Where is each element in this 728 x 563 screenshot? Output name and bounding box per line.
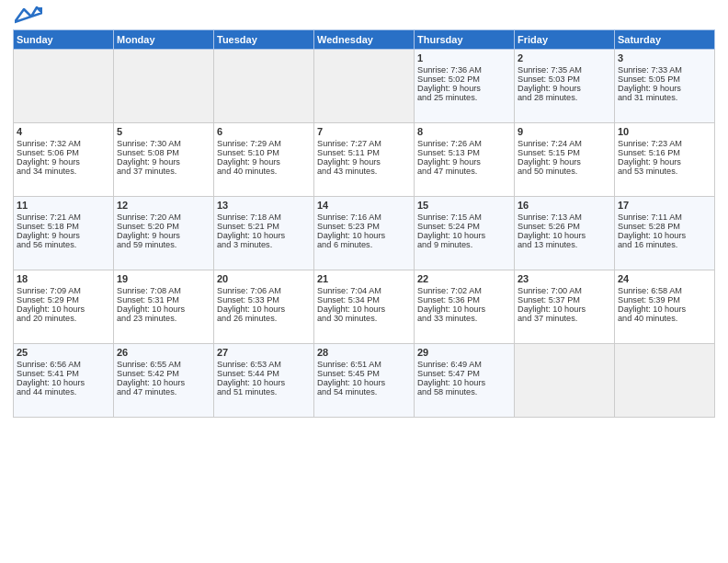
cell-info-line: and 43 minutes.: [317, 167, 411, 176]
cell-info-line: Daylight: 10 hours: [17, 304, 110, 314]
cell-info-line: Daylight: 10 hours: [217, 304, 311, 314]
cell-info-line: Sunset: 5:08 PM: [117, 148, 210, 157]
cell-info-line: Daylight: 9 hours: [618, 84, 711, 93]
calendar-cell: 3Sunrise: 7:33 AMSunset: 5:05 PMDaylight…: [615, 50, 715, 123]
cell-info-line: Daylight: 10 hours: [117, 304, 210, 314]
cell-info-line: Sunset: 5:41 PM: [17, 369, 110, 378]
cell-info-line: Daylight: 10 hours: [417, 378, 511, 387]
cell-info-line: and 47 minutes.: [117, 387, 210, 396]
cell-info-line: Sunset: 5:45 PM: [317, 369, 411, 378]
logo-icon: [15, 6, 42, 26]
cell-info-line: Sunset: 5:02 PM: [417, 75, 511, 84]
cell-info-line: Sunrise: 6:49 AM: [417, 360, 511, 369]
cell-info-line: Sunrise: 7:32 AM: [17, 139, 110, 148]
calendar-week-1: 1Sunrise: 7:36 AMSunset: 5:02 PMDaylight…: [14, 50, 715, 123]
cell-info-line: Sunrise: 6:55 AM: [117, 360, 210, 369]
cell-info-line: and 3 minutes.: [217, 240, 311, 249]
cell-info-line: Daylight: 9 hours: [618, 157, 711, 167]
cell-info-line: Sunrise: 7:36 AM: [417, 65, 511, 75]
cell-info-line: Daylight: 10 hours: [217, 231, 311, 240]
day-number: 26: [117, 347, 210, 358]
cell-info-line: Daylight: 9 hours: [317, 157, 411, 167]
cell-info-line: and 20 minutes.: [17, 314, 110, 323]
calendar-cell: [214, 50, 314, 123]
calendar-week-3: 11Sunrise: 7:21 AMSunset: 5:18 PMDayligh…: [14, 197, 715, 270]
cell-info-line: Sunrise: 7:27 AM: [317, 139, 411, 148]
calendar-week-5: 25Sunrise: 6:56 AMSunset: 5:41 PMDayligh…: [14, 344, 715, 418]
cell-info-line: Sunrise: 7:23 AM: [618, 139, 711, 148]
cell-info-line: and 9 minutes.: [417, 240, 511, 249]
cell-info-line: and 40 minutes.: [618, 314, 711, 323]
cell-info-line: and 37 minutes.: [117, 167, 210, 176]
cell-info-line: and 34 minutes.: [17, 167, 110, 176]
cell-info-line: Sunset: 5:06 PM: [17, 148, 110, 157]
cell-info-line: Daylight: 10 hours: [417, 231, 511, 240]
calendar-cell: [14, 50, 114, 123]
cell-info-line: Daylight: 10 hours: [317, 231, 411, 240]
day-number: 6: [217, 126, 311, 137]
cell-info-line: Sunset: 5:05 PM: [618, 75, 711, 84]
cell-info-line: Sunset: 5:03 PM: [518, 75, 611, 84]
day-number: 5: [117, 126, 210, 137]
cell-info-line: Daylight: 9 hours: [117, 157, 210, 167]
cell-info-line: Sunrise: 7:06 AM: [217, 286, 311, 295]
cell-info-line: and 53 minutes.: [618, 167, 711, 176]
cell-info-line: Daylight: 9 hours: [117, 231, 210, 240]
day-number: 15: [417, 200, 511, 211]
cell-info-line: and 6 minutes.: [317, 240, 411, 249]
cell-info-line: Daylight: 9 hours: [518, 157, 611, 167]
cell-info-line: Daylight: 9 hours: [17, 231, 110, 240]
cell-info-line: Sunrise: 7:24 AM: [518, 139, 611, 148]
calendar-cell: 12Sunrise: 7:20 AMSunset: 5:20 PMDayligh…: [114, 197, 214, 270]
cell-info-line: Sunset: 5:33 PM: [217, 295, 311, 304]
day-number: 10: [618, 126, 711, 137]
calendar-cell: 19Sunrise: 7:08 AMSunset: 5:31 PMDayligh…: [114, 270, 214, 344]
cell-info-line: Sunset: 5:44 PM: [217, 369, 311, 378]
calendar-cell: 25Sunrise: 6:56 AMSunset: 5:41 PMDayligh…: [14, 344, 114, 418]
cell-info-line: Daylight: 10 hours: [618, 304, 711, 314]
cell-info-line: Sunrise: 7:11 AM: [618, 213, 711, 222]
cell-info-line: Sunset: 5:11 PM: [317, 148, 411, 157]
cell-info-line: Sunrise: 7:02 AM: [417, 286, 511, 295]
calendar-cell: 1Sunrise: 7:36 AMSunset: 5:02 PMDaylight…: [415, 50, 515, 123]
calendar-cell: 29Sunrise: 6:49 AMSunset: 5:47 PMDayligh…: [415, 344, 515, 418]
calendar-cell: 15Sunrise: 7:15 AMSunset: 5:24 PMDayligh…: [415, 197, 515, 270]
cell-info-line: and 31 minutes.: [618, 93, 711, 102]
cell-info-line: and 54 minutes.: [317, 387, 411, 396]
cell-info-line: and 47 minutes.: [417, 167, 511, 176]
cell-info-line: Daylight: 9 hours: [417, 84, 511, 93]
cell-info-line: and 13 minutes.: [518, 240, 611, 249]
cell-info-line: Sunset: 5:31 PM: [117, 295, 210, 304]
cell-info-line: Daylight: 10 hours: [417, 304, 511, 314]
cell-info-line: Daylight: 9 hours: [417, 157, 511, 167]
day-number: 11: [17, 200, 110, 211]
calendar-cell: 5Sunrise: 7:30 AMSunset: 5:08 PMDaylight…: [114, 123, 214, 197]
calendar-cell: [615, 344, 715, 418]
calendar-cell: 18Sunrise: 7:09 AMSunset: 5:29 PMDayligh…: [14, 270, 114, 344]
calendar-cell: 10Sunrise: 7:23 AMSunset: 5:16 PMDayligh…: [615, 123, 715, 197]
cell-info-line: Sunset: 5:16 PM: [618, 148, 711, 157]
calendar-cell: 14Sunrise: 7:16 AMSunset: 5:23 PMDayligh…: [314, 197, 415, 270]
day-header-thursday: Thursday: [415, 30, 515, 50]
cell-info-line: Sunrise: 7:20 AM: [117, 213, 210, 222]
cell-info-line: Sunset: 5:26 PM: [518, 222, 611, 231]
day-number: 16: [518, 200, 611, 211]
cell-info-line: Daylight: 10 hours: [317, 378, 411, 387]
day-number: 28: [317, 347, 411, 358]
calendar-week-2: 4Sunrise: 7:32 AMSunset: 5:06 PMDaylight…: [14, 123, 715, 197]
cell-info-line: Sunset: 5:36 PM: [417, 295, 511, 304]
day-number: 25: [17, 347, 110, 358]
cell-info-line: Sunrise: 7:04 AM: [317, 286, 411, 295]
calendar-cell: 22Sunrise: 7:02 AMSunset: 5:36 PMDayligh…: [415, 270, 515, 344]
cell-info-line: Daylight: 10 hours: [217, 378, 311, 387]
cell-info-line: Sunset: 5:39 PM: [618, 295, 711, 304]
cell-info-line: Sunrise: 7:30 AM: [117, 139, 210, 148]
cell-info-line: Sunset: 5:15 PM: [518, 148, 611, 157]
cell-info-line: Daylight: 10 hours: [17, 378, 110, 387]
day-number: 8: [417, 126, 511, 137]
cell-info-line: Sunrise: 7:00 AM: [518, 286, 611, 295]
cell-info-line: Sunset: 5:13 PM: [417, 148, 511, 157]
day-number: 3: [618, 52, 711, 63]
day-header-tuesday: Tuesday: [214, 30, 314, 50]
calendar-cell: 24Sunrise: 6:58 AMSunset: 5:39 PMDayligh…: [615, 270, 715, 344]
